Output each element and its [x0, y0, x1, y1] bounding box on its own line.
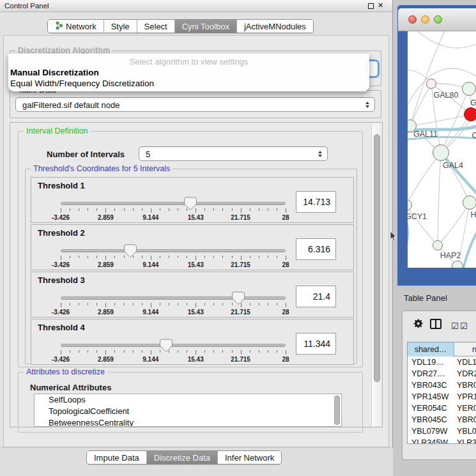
close-icon[interactable]: ✕: [378, 1, 383, 10]
network-node[interactable]: [452, 261, 463, 268]
slider-tick: [250, 350, 250, 353]
slider-track[interactable]: [61, 202, 286, 205]
bottom-tab-strip: Impute DataDiscretize DataInfer Network: [0, 447, 393, 476]
slider-tick-label: 15.43: [181, 214, 210, 221]
slider-tick: [105, 208, 106, 213]
threshold-panel-2: Threshold 2-3.4262.8599.14415.4321.71528…: [31, 224, 354, 270]
close-traffic-light-icon[interactable]: [408, 15, 417, 24]
threshold-slider[interactable]: -3.4262.8599.14415.4321.71528: [61, 319, 286, 365]
slider-track[interactable]: [61, 249, 286, 252]
slider-tick: [222, 208, 223, 211]
slider-tick: [196, 303, 196, 307]
network-node[interactable]: [426, 79, 436, 89]
algorithm-option-equal-width[interactable]: Equal Width/Frequency Discretization: [10, 79, 154, 88]
slider-tick: [232, 208, 233, 211]
slider-tick-label: 9.144: [137, 214, 165, 221]
table-row[interactable]: YDL19…YDL1: [408, 357, 476, 368]
slider-tick: [105, 303, 106, 307]
slider-tick: [70, 303, 70, 305]
settings-content: Discretization Algorithm Table Data galF…: [3, 35, 389, 447]
network-window-titlebar: [398, 8, 476, 31]
network-node-red[interactable]: [464, 107, 476, 121]
table-row[interactable]: YBL079WYBL0: [408, 426, 476, 437]
threshold-value-field[interactable]: 14.713: [296, 191, 336, 213]
tab-label: Discretize Data: [154, 453, 210, 463]
zoom-traffic-light-icon[interactable]: [434, 15, 442, 24]
table-row[interactable]: YBR045CYBR0: [408, 414, 476, 426]
tab-jactivemnodules[interactable]: jActiveMNodules: [237, 20, 313, 33]
network-node[interactable]: [462, 82, 476, 96]
slider-track[interactable]: [61, 296, 286, 300]
network-node[interactable]: [463, 196, 476, 210]
table-row[interactable]: YPR145WYPR1: [408, 391, 476, 403]
table-data-combobox[interactable]: galFiltered.sif default node: [15, 97, 375, 112]
slider-tick-label: -3.426: [47, 309, 75, 316]
slider-tick: [151, 256, 151, 260]
threshold-value-field[interactable]: 21.4: [296, 286, 336, 307]
split-view-icon[interactable]: [430, 319, 441, 329]
threshold-value-field[interactable]: 11.344: [296, 333, 336, 355]
table-row[interactable]: YER054CYER0: [408, 403, 476, 414]
threshold-value-field[interactable]: 6.316: [296, 238, 336, 260]
table-row[interactable]: YBR043CYBR0: [408, 380, 476, 391]
tab-select[interactable]: Select: [137, 20, 175, 33]
network-node-label: H: [470, 210, 476, 219]
slider-tick-label: 2.859: [91, 261, 119, 268]
threshold-slider[interactable]: -3.4262.8599.14415.4321.71528: [61, 178, 286, 224]
float-window-icon[interactable]: [368, 3, 374, 9]
slider-tick: [277, 350, 277, 353]
network-canvas[interactable]: GAL80GCGAL11GAL4GCY1HHAP2: [408, 31, 476, 268]
network-node-label: C: [472, 131, 476, 140]
network-node-label: GAL80: [434, 91, 459, 100]
network-node[interactable]: [433, 144, 449, 161]
network-node[interactable]: [433, 240, 443, 250]
gear-icon[interactable]: [411, 317, 424, 330]
list-scrollbar-thumb[interactable]: [334, 395, 340, 425]
column-header-shared-name[interactable]: shared…: [408, 342, 454, 357]
attribute-list-item[interactable]: BetweennessCentrality: [35, 417, 341, 427]
vertical-scrollbar-thumb[interactable]: [374, 134, 380, 382]
slider-track[interactable]: [61, 344, 286, 347]
slider-tick-label: 15.43: [181, 356, 210, 363]
algorithm-dropdown-popup: Select algorithm to view settings Manual…: [8, 54, 369, 91]
slider-tick: [277, 208, 277, 211]
numerical-attributes-list[interactable]: SelfLoopsTopologicalCoefficientBetweenne…: [34, 394, 342, 427]
table-row[interactable]: YLR345WYLR3: [408, 437, 476, 444]
attribute-list-item[interactable]: SelfLoops: [35, 394, 341, 406]
checkbox-checked-icon[interactable]: ☑: [451, 321, 459, 331]
slider-tick-label: 9.144: [137, 261, 165, 268]
slider-thumb[interactable]: [124, 244, 137, 258]
attribute-list-item[interactable]: TopologicalCoefficient: [35, 406, 341, 417]
threshold-slider[interactable]: -3.4262.8599.14415.4321.71528: [61, 225, 286, 271]
slider-tick: [169, 256, 169, 258]
slider-tick: [213, 256, 214, 258]
slider-tick: [241, 350, 242, 355]
tab-discretize-data[interactable]: Discretize Data: [147, 451, 218, 464]
vertical-scrollbar[interactable]: [371, 123, 381, 426]
tab-network[interactable]: Network: [48, 20, 104, 33]
checkbox-checked-icon[interactable]: ☑: [460, 321, 468, 331]
algorithm-option-manual[interactable]: Manual Discretization: [10, 68, 99, 77]
minimize-traffic-light-icon[interactable]: [421, 15, 429, 24]
slider-thumb[interactable]: [184, 197, 197, 211]
slider-tick: [96, 303, 97, 305]
tab-cyni-toolbox[interactable]: Cyni Toolbox: [175, 20, 237, 33]
slider-tick: [232, 350, 233, 353]
tab-impute-data[interactable]: Impute Data: [87, 451, 147, 464]
network-node-label: G: [470, 98, 476, 107]
slider-tick: [142, 208, 142, 211]
combo-arrows-icon: [365, 102, 369, 108]
control-panel-window: Control Panel ✕ NetworkStyleSelectCyni T…: [0, 0, 393, 476]
slider-thumb[interactable]: [160, 339, 173, 353]
number-of-intervals-spinner[interactable]: 5: [139, 146, 328, 161]
tab-style[interactable]: Style: [104, 20, 137, 33]
threshold-slider[interactable]: -3.4262.8599.14415.4321.71528: [61, 272, 286, 318]
column-header-name[interactable]: n: [454, 342, 476, 357]
slider-tick: [96, 350, 97, 353]
slider-tick: [277, 303, 277, 305]
table-data-group: Table Data galFiltered.sif default node: [10, 90, 381, 118]
tab-infer-network[interactable]: Infer Network: [218, 451, 281, 464]
slider-tick: [250, 256, 250, 258]
slider-thumb[interactable]: [232, 291, 245, 305]
table-row[interactable]: YDR27…YDR2: [408, 368, 476, 380]
